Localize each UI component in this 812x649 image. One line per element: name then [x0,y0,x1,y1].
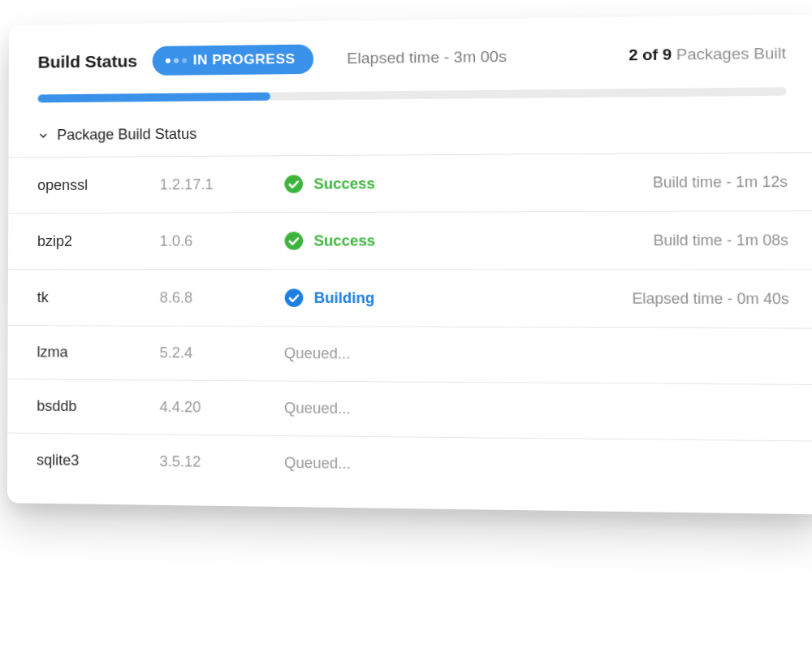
package-status: Queued... [284,454,791,478]
package-status: Queued... [284,400,791,422]
package-name: sqlite3 [37,452,159,470]
package-version: 5.2.4 [160,344,284,362]
table-row: openssl1.2.17.1SuccessBuild time - 1m 12… [8,153,812,214]
progress-bar-fill [37,93,270,103]
package-list: openssl1.2.17.1SuccessBuild time - 1m 12… [7,153,812,497]
package-time: Build time - 1m 08s [653,231,788,249]
package-name: bzip2 [37,232,160,249]
package-status-label: Building [314,289,375,307]
check-circle-icon [283,174,304,193]
table-row: lzma5.2.4Queued... [7,326,812,385]
svg-point-1 [285,231,304,249]
packages-built-summary: 2 of 9 Packages Built [628,44,786,64]
packages-built-label: Packages Built [676,44,787,63]
package-version: 3.5.12 [159,453,284,472]
package-status: Success [283,172,653,194]
package-version: 4.4.20 [159,399,283,418]
svg-point-0 [284,175,303,193]
build-status-card: Build Status IN PROGRESS Elapsed time - … [7,15,812,515]
package-version: 1.2.17.1 [160,175,284,193]
package-status-label: Queued... [284,400,351,418]
svg-point-2 [285,289,304,307]
packages-built-count: 2 of 9 [628,45,672,63]
package-status: Building [284,288,633,309]
status-badge-label: IN PROGRESS [193,51,296,69]
package-status-label: Success [313,175,375,193]
package-status-label: Queued... [284,454,351,472]
elapsed-time: Elapsed time - 3m 00s [347,48,507,68]
check-circle-icon [284,231,304,250]
table-row: bzip21.0.6SuccessBuild time - 1m 08s [8,211,812,270]
package-status: Queued... [284,345,790,366]
loading-dots-icon [165,58,186,63]
package-name: lzma [37,344,159,361]
page-title: Build Status [38,51,138,71]
package-version: 8.6.8 [160,289,284,307]
check-circle-icon [284,288,304,307]
header: Build Status IN PROGRESS Elapsed time - … [9,15,812,95]
package-time: Elapsed time - 0m 40s [632,290,788,308]
package-time: Build time - 1m 12s [653,173,788,192]
package-version: 1.0.6 [160,232,284,249]
status-badge: IN PROGRESS [152,45,313,76]
package-name: bsddb [37,398,159,416]
table-row: sqlite33.5.12Queued... [7,434,812,498]
section-title: Package Build Status [57,126,197,144]
package-name: tk [37,289,160,306]
chevron-down-icon [37,130,49,141]
package-status-label: Queued... [284,345,351,363]
package-name: openssl [37,176,160,194]
section-toggle[interactable]: Package Build Status [8,110,812,158]
table-row: tk8.6.8BuildingElapsed time - 0m 40s [8,270,812,329]
package-status-label: Success [314,232,376,249]
package-status: Success [284,231,654,251]
table-row: bsddb4.4.20Queued... [7,379,812,441]
